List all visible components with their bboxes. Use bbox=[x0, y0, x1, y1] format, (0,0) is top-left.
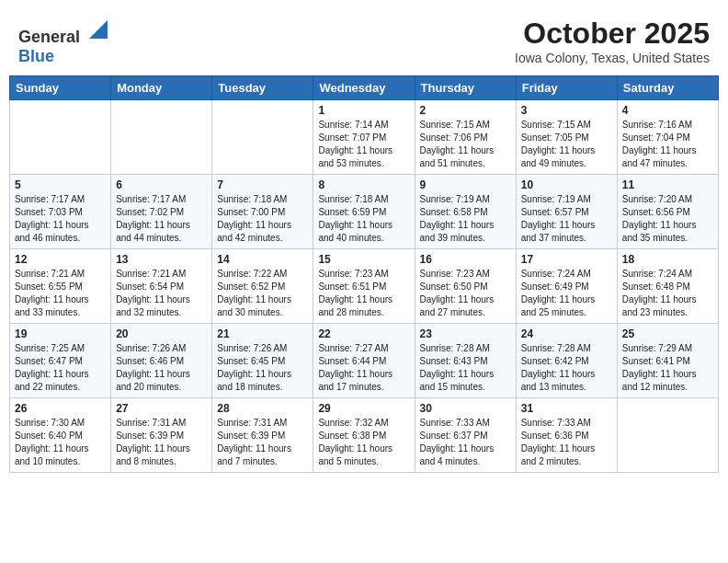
day-info: Sunrise: 7:22 AM Sunset: 6:52 PM Dayligh… bbox=[217, 268, 308, 319]
day-number: 6 bbox=[116, 178, 207, 191]
calendar-cell: 13Sunrise: 7:21 AM Sunset: 6:54 PM Dayli… bbox=[111, 248, 212, 323]
calendar-cell: 2Sunrise: 7:15 AM Sunset: 7:06 PM Daylig… bbox=[415, 99, 516, 174]
calendar-cell: 31Sunrise: 7:33 AM Sunset: 6:36 PM Dayli… bbox=[516, 397, 617, 472]
calendar-cell: 9Sunrise: 7:19 AM Sunset: 6:58 PM Daylig… bbox=[415, 174, 516, 248]
logo: General Blue bbox=[18, 17, 108, 66]
calendar-cell: 15Sunrise: 7:23 AM Sunset: 6:51 PM Dayli… bbox=[313, 248, 415, 323]
calendar-cell: 22Sunrise: 7:27 AM Sunset: 6:44 PM Dayli… bbox=[313, 323, 415, 397]
day-number: 10 bbox=[521, 178, 612, 191]
day-info: Sunrise: 7:33 AM Sunset: 6:36 PM Dayligh… bbox=[521, 417, 612, 468]
calendar-cell: 12Sunrise: 7:21 AM Sunset: 6:55 PM Dayli… bbox=[10, 248, 111, 323]
day-info: Sunrise: 7:17 AM Sunset: 7:03 PM Dayligh… bbox=[15, 193, 106, 245]
calendar-cell bbox=[617, 397, 718, 472]
calendar-cell: 10Sunrise: 7:19 AM Sunset: 6:57 PM Dayli… bbox=[516, 174, 617, 248]
day-number: 2 bbox=[420, 104, 511, 117]
day-info: Sunrise: 7:21 AM Sunset: 6:54 PM Dayligh… bbox=[116, 268, 207, 319]
day-info: Sunrise: 7:15 AM Sunset: 7:06 PM Dayligh… bbox=[420, 119, 511, 170]
location-title: Iowa Colony, Texas, United States bbox=[515, 51, 710, 65]
calendar-cell: 3Sunrise: 7:15 AM Sunset: 7:05 PM Daylig… bbox=[516, 99, 617, 174]
day-number: 29 bbox=[318, 402, 409, 415]
day-number: 5 bbox=[15, 178, 106, 191]
day-info: Sunrise: 7:25 AM Sunset: 6:47 PM Dayligh… bbox=[15, 342, 106, 394]
title-area: October 2025 Iowa Colony, Texas, United … bbox=[515, 17, 710, 65]
calendar-header-row: SundayMondayTuesdayWednesdayThursdayFrid… bbox=[10, 75, 719, 99]
calendar-cell: 1Sunrise: 7:14 AM Sunset: 7:07 PM Daylig… bbox=[313, 99, 415, 174]
day-number: 30 bbox=[420, 402, 511, 415]
day-info: Sunrise: 7:30 AM Sunset: 6:40 PM Dayligh… bbox=[15, 417, 106, 468]
day-number: 13 bbox=[116, 253, 207, 266]
page-header: General Blue October 2025 Iowa Colony, T… bbox=[9, 9, 719, 70]
day-number: 22 bbox=[318, 327, 409, 340]
calendar-cell: 21Sunrise: 7:26 AM Sunset: 6:45 PM Dayli… bbox=[212, 323, 313, 397]
day-number: 15 bbox=[318, 253, 409, 266]
calendar-cell: 4Sunrise: 7:16 AM Sunset: 7:04 PM Daylig… bbox=[617, 99, 718, 174]
calendar-cell: 17Sunrise: 7:24 AM Sunset: 6:49 PM Dayli… bbox=[516, 248, 617, 323]
day-info: Sunrise: 7:14 AM Sunset: 7:07 PM Dayligh… bbox=[318, 119, 409, 170]
logo-text: General Blue bbox=[18, 17, 108, 66]
calendar-cell: 19Sunrise: 7:25 AM Sunset: 6:47 PM Dayli… bbox=[10, 323, 111, 397]
day-number: 27 bbox=[116, 402, 207, 415]
day-number: 14 bbox=[217, 253, 308, 266]
calendar-table: SundayMondayTuesdayWednesdayThursdayFrid… bbox=[9, 75, 719, 473]
day-info: Sunrise: 7:24 AM Sunset: 6:49 PM Dayligh… bbox=[521, 268, 612, 319]
calendar-cell: 26Sunrise: 7:30 AM Sunset: 6:40 PM Dayli… bbox=[10, 397, 111, 472]
calendar-week-row: 12Sunrise: 7:21 AM Sunset: 6:55 PM Dayli… bbox=[10, 248, 719, 323]
calendar-cell: 29Sunrise: 7:32 AM Sunset: 6:38 PM Dayli… bbox=[313, 397, 415, 472]
calendar-body: 1Sunrise: 7:14 AM Sunset: 7:07 PM Daylig… bbox=[10, 99, 719, 472]
day-info: Sunrise: 7:27 AM Sunset: 6:44 PM Dayligh… bbox=[318, 342, 409, 394]
day-number: 24 bbox=[521, 327, 612, 340]
day-info: Sunrise: 7:33 AM Sunset: 6:37 PM Dayligh… bbox=[420, 417, 511, 468]
day-info: Sunrise: 7:28 AM Sunset: 6:42 PM Dayligh… bbox=[521, 342, 612, 394]
calendar-cell: 30Sunrise: 7:33 AM Sunset: 6:37 PM Dayli… bbox=[415, 397, 516, 472]
calendar-cell: 11Sunrise: 7:20 AM Sunset: 6:56 PM Dayli… bbox=[617, 174, 718, 248]
day-number: 1 bbox=[318, 104, 409, 117]
day-number: 3 bbox=[521, 104, 612, 117]
day-info: Sunrise: 7:23 AM Sunset: 6:50 PM Dayligh… bbox=[420, 268, 511, 319]
day-number: 18 bbox=[622, 253, 713, 266]
day-info: Sunrise: 7:31 AM Sunset: 6:39 PM Dayligh… bbox=[116, 417, 207, 468]
weekday-header-tuesday: Tuesday bbox=[212, 75, 313, 99]
calendar-week-row: 19Sunrise: 7:25 AM Sunset: 6:47 PM Dayli… bbox=[10, 323, 719, 397]
calendar-cell: 20Sunrise: 7:26 AM Sunset: 6:46 PM Dayli… bbox=[111, 323, 212, 397]
calendar-cell: 8Sunrise: 7:18 AM Sunset: 6:59 PM Daylig… bbox=[313, 174, 415, 248]
day-info: Sunrise: 7:23 AM Sunset: 6:51 PM Dayligh… bbox=[318, 268, 409, 319]
day-info: Sunrise: 7:17 AM Sunset: 7:02 PM Dayligh… bbox=[116, 193, 207, 245]
weekday-header-monday: Monday bbox=[111, 75, 212, 99]
weekday-header-sunday: Sunday bbox=[10, 75, 111, 99]
day-info: Sunrise: 7:29 AM Sunset: 6:41 PM Dayligh… bbox=[622, 342, 713, 394]
calendar-cell: 16Sunrise: 7:23 AM Sunset: 6:50 PM Dayli… bbox=[415, 248, 516, 323]
day-info: Sunrise: 7:18 AM Sunset: 6:59 PM Dayligh… bbox=[318, 193, 409, 245]
month-title: October 2025 bbox=[515, 17, 710, 51]
day-info: Sunrise: 7:16 AM Sunset: 7:04 PM Dayligh… bbox=[622, 119, 713, 170]
day-info: Sunrise: 7:24 AM Sunset: 6:48 PM Dayligh… bbox=[622, 268, 713, 319]
day-number: 23 bbox=[420, 327, 511, 340]
calendar-cell bbox=[111, 99, 212, 174]
calendar-cell bbox=[212, 99, 313, 174]
day-number: 9 bbox=[420, 178, 511, 191]
day-info: Sunrise: 7:26 AM Sunset: 6:46 PM Dayligh… bbox=[116, 342, 207, 394]
day-info: Sunrise: 7:26 AM Sunset: 6:45 PM Dayligh… bbox=[217, 342, 308, 394]
calendar-cell: 14Sunrise: 7:22 AM Sunset: 6:52 PM Dayli… bbox=[212, 248, 313, 323]
day-number: 31 bbox=[521, 402, 612, 415]
logo-blue: Blue bbox=[18, 47, 54, 66]
day-info: Sunrise: 7:19 AM Sunset: 6:58 PM Dayligh… bbox=[420, 193, 511, 245]
day-info: Sunrise: 7:32 AM Sunset: 6:38 PM Dayligh… bbox=[318, 417, 409, 468]
weekday-header-thursday: Thursday bbox=[415, 75, 516, 99]
day-number: 16 bbox=[420, 253, 511, 266]
day-number: 8 bbox=[318, 178, 409, 191]
day-number: 25 bbox=[622, 327, 713, 340]
calendar-cell bbox=[10, 99, 111, 174]
day-info: Sunrise: 7:19 AM Sunset: 6:57 PM Dayligh… bbox=[521, 193, 612, 245]
calendar-cell: 28Sunrise: 7:31 AM Sunset: 6:39 PM Dayli… bbox=[212, 397, 313, 472]
day-info: Sunrise: 7:18 AM Sunset: 7:00 PM Dayligh… bbox=[217, 193, 308, 245]
weekday-header-saturday: Saturday bbox=[617, 75, 718, 99]
calendar-cell: 18Sunrise: 7:24 AM Sunset: 6:48 PM Dayli… bbox=[617, 248, 718, 323]
calendar-cell: 27Sunrise: 7:31 AM Sunset: 6:39 PM Dayli… bbox=[111, 397, 212, 472]
day-number: 17 bbox=[521, 253, 612, 266]
day-number: 12 bbox=[15, 253, 106, 266]
day-info: Sunrise: 7:20 AM Sunset: 6:56 PM Dayligh… bbox=[622, 193, 713, 245]
day-number: 20 bbox=[116, 327, 207, 340]
logo-general: General bbox=[18, 28, 80, 46]
svg-marker-0 bbox=[89, 20, 108, 39]
calendar-cell: 6Sunrise: 7:17 AM Sunset: 7:02 PM Daylig… bbox=[111, 174, 212, 248]
